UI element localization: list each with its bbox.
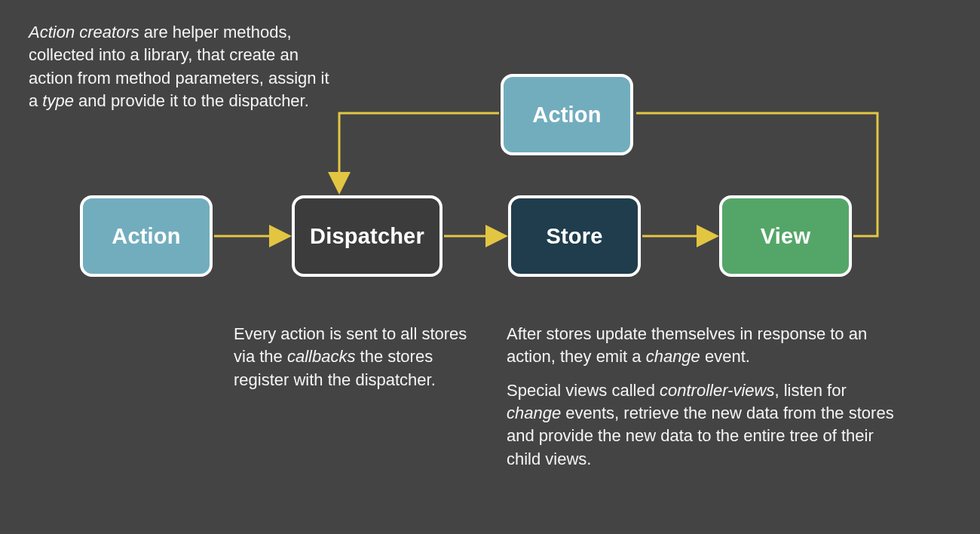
node-action-top: Action <box>501 74 633 155</box>
caption-action-creators: Action creators are helper methods, coll… <box>29 21 330 112</box>
caption-store-view-p1: After stores update themselves in respon… <box>507 323 899 369</box>
node-dispatcher: Dispatcher <box>292 195 443 277</box>
diagram-canvas: Action creators are helper methods, coll… <box>0 0 980 534</box>
node-view: View <box>719 195 852 277</box>
caption-store-view-p2: Special views called controller-views, l… <box>507 379 899 471</box>
caption-dispatcher: Every action is sent to all stores via t… <box>234 323 475 391</box>
node-action-left: Action <box>80 195 213 277</box>
arrow-action-to-dispatcher-top <box>339 113 499 190</box>
caption-store-view: After stores update themselves in respon… <box>507 323 899 481</box>
node-store: Store <box>508 195 641 277</box>
